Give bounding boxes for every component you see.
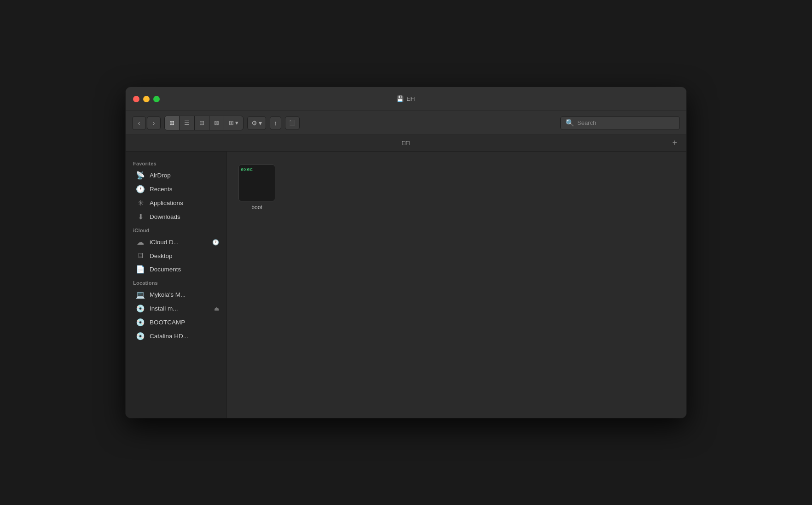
path-title: EFI	[401, 140, 411, 147]
view-grid-small-icon: ⊞	[229, 119, 234, 126]
nav-buttons: ‹ ›	[132, 116, 161, 130]
sidebar-mykola-label: Mykola's M...	[150, 291, 219, 298]
applications-icon: ✳	[136, 199, 145, 207]
sidebar-locations-header: Locations	[126, 276, 226, 288]
documents-icon: 📄	[136, 265, 145, 274]
list-icon: ☰	[184, 119, 190, 126]
file-grid: exec boot	[236, 161, 677, 214]
sidebar-install-label: Install m...	[150, 305, 209, 312]
sidebar-item-downloads[interactable]: ⬇ Downloads	[128, 210, 224, 223]
recents-icon: 🕐	[136, 185, 145, 194]
action-button[interactable]: ⚙ ▾	[247, 116, 266, 130]
tag-button[interactable]: ⬛	[285, 116, 300, 130]
view-dropdown-button[interactable]: ⊞ ▾	[224, 116, 243, 130]
gallery-icon: ⊠	[214, 119, 219, 126]
view-icon-button[interactable]: ⊞	[165, 116, 180, 130]
sidebar-item-applications[interactable]: ✳ Applications	[128, 196, 224, 210]
view-buttons: ⊞ ☰ ⊟ ⊠ ⊞ ▾	[164, 116, 244, 130]
desktop-icon: 🖥	[136, 252, 145, 260]
back-icon: ‹	[138, 119, 140, 127]
share-icon: ↑	[274, 119, 277, 127]
file-content: exec boot	[227, 152, 686, 418]
sidebar-downloads-label: Downloads	[150, 213, 219, 220]
back-button[interactable]: ‹	[132, 116, 146, 130]
pathbar: EFI +	[126, 135, 686, 152]
file-name-boot: boot	[251, 204, 262, 211]
sidebar-bootcamp-label: BOOTCAMP	[150, 319, 219, 326]
sidebar-icloud-header: iCloud	[126, 224, 226, 235]
catalina-icon: 💿	[136, 332, 145, 341]
sidebar-desktop-label: Desktop	[150, 252, 219, 259]
sidebar-airdrop-label: AirDrop	[150, 172, 219, 179]
window-title: EFI	[406, 95, 416, 102]
install-disk-icon: 💿	[136, 304, 145, 313]
disk-icon: 💾	[396, 95, 404, 102]
sidebar-item-icloud-drive[interactable]: ☁ iCloud D... 🕐	[128, 235, 224, 249]
column-icon: ⊟	[199, 119, 204, 126]
search-box[interactable]: 🔍	[560, 116, 680, 130]
gear-icon: ⚙	[251, 119, 257, 127]
view-list-button[interactable]: ☰	[180, 116, 195, 130]
minimize-button[interactable]	[143, 96, 150, 102]
sidebar-recents-label: Recents	[150, 186, 219, 193]
view-column-button[interactable]: ⊟	[195, 116, 209, 130]
sidebar-item-install[interactable]: 💿 Install m... ⏏	[128, 302, 224, 315]
mac-icon: 💻	[136, 290, 145, 299]
gear-dropdown-icon: ▾	[259, 119, 262, 127]
forward-button[interactable]: ›	[147, 116, 161, 130]
file-exec-label: exec	[241, 167, 253, 172]
sidebar-item-recents[interactable]: 🕐 Recents	[128, 182, 224, 196]
file-icon-boot: exec	[238, 164, 275, 201]
search-icon: 🔍	[565, 118, 574, 127]
sidebar-favorites-header: Favorites	[126, 157, 226, 168]
sidebar-item-desktop[interactable]: 🖥 Desktop	[128, 249, 224, 262]
close-button[interactable]	[133, 96, 139, 102]
sidebar-documents-label: Documents	[150, 266, 219, 273]
titlebar-title-area: 💾 EFI	[396, 95, 416, 102]
sidebar-item-bootcamp[interactable]: 💿 BOOTCAMP	[128, 316, 224, 329]
toolbar: ‹ › ⊞ ☰ ⊟ ⊠ ⊞ ▾ ⚙ ▾	[126, 111, 686, 135]
downloads-icon: ⬇	[136, 212, 145, 221]
icloud-sync-badge: 🕐	[212, 239, 219, 246]
file-item-boot[interactable]: exec boot	[236, 161, 278, 214]
sidebar-item-documents[interactable]: 📄 Documents	[128, 263, 224, 276]
sidebar-item-catalina[interactable]: 💿 Catalina HD...	[128, 329, 224, 343]
main-area: Favorites 📡 AirDrop 🕐 Recents ✳ Applicat…	[126, 152, 686, 418]
traffic-lights	[133, 96, 160, 102]
eject-icon[interactable]: ⏏	[214, 305, 219, 312]
sidebar-catalina-label: Catalina HD...	[150, 333, 219, 340]
grid-icon: ⊞	[169, 119, 174, 126]
sidebar-icloud-label: iCloud D...	[150, 239, 208, 246]
sidebar: Favorites 📡 AirDrop 🕐 Recents ✳ Applicat…	[126, 152, 227, 418]
search-input[interactable]	[577, 119, 675, 126]
finder-window: 💾 EFI ‹ › ⊞ ☰ ⊟ ⊠	[125, 87, 687, 418]
icloud-icon: ☁	[136, 238, 145, 247]
forward-icon: ›	[153, 119, 155, 127]
sidebar-item-mykola[interactable]: 💻 Mykola's M...	[128, 288, 224, 301]
add-tab-button[interactable]: +	[670, 138, 679, 148]
sidebar-item-airdrop[interactable]: 📡 AirDrop	[128, 169, 224, 182]
bootcamp-icon: 💿	[136, 318, 145, 327]
dropdown-arrow-icon: ▾	[235, 119, 238, 126]
view-gallery-button[interactable]: ⊠	[209, 116, 224, 130]
tag-icon: ⬛	[289, 120, 296, 126]
maximize-button[interactable]	[153, 96, 160, 102]
airdrop-icon: 📡	[136, 171, 145, 180]
share-button[interactable]: ↑	[270, 116, 281, 130]
titlebar: 💾 EFI	[126, 87, 686, 111]
sidebar-applications-label: Applications	[150, 200, 219, 206]
